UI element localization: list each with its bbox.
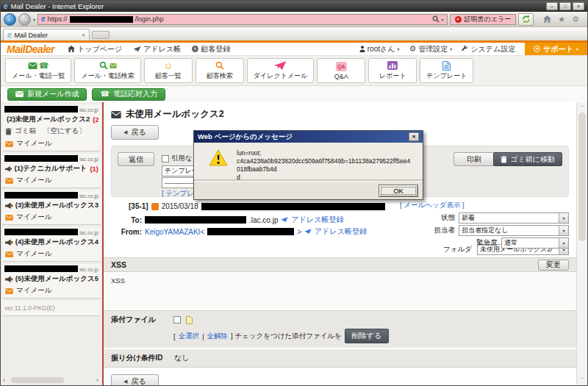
domain-redaction bbox=[4, 265, 78, 272]
empty-trash-link[interactable]: 〔空にする〕 bbox=[43, 126, 86, 136]
address-reg-link-from[interactable]: アドレス帳登録 bbox=[315, 226, 367, 237]
customer-icon: ☺ bbox=[163, 61, 173, 71]
new-tab-button[interactable] bbox=[92, 31, 110, 39]
scroll-right-icon[interactable]: › bbox=[96, 376, 98, 384]
status-select[interactable]: 新着 ▾ bbox=[459, 212, 569, 224]
vscroll-thumb[interactable] bbox=[578, 112, 586, 241]
move-to-trash-button[interactable]: ゴミ箱に移動 bbox=[493, 152, 562, 166]
deselect-all-link[interactable]: 全解除 bbox=[207, 332, 229, 341]
action-row: 新規メール作成 ☎ 電話応対入力 bbox=[1, 86, 587, 102]
toolbar-label: Q&A bbox=[334, 73, 348, 80]
scroll-up-icon[interactable]: ˆ bbox=[577, 104, 587, 111]
close-button[interactable]: × bbox=[573, 2, 584, 10]
nav-customer-label: 顧客登録 bbox=[201, 44, 230, 54]
mail-icon bbox=[5, 141, 13, 147]
assignee-select[interactable]: 担当者指定なし ▾ bbox=[459, 225, 569, 236]
toolbar-mail-phone-search[interactable]: メール・電話検索 bbox=[74, 58, 140, 83]
main-vscrollbar[interactable]: ˆ ˇ bbox=[576, 102, 587, 385]
admin-settings-menu[interactable]: ⚙ 管理設定 ▾ bbox=[409, 44, 452, 54]
sidebar-item-trash[interactable]: ゴミ箱 bbox=[15, 126, 36, 136]
toolbar-customer-search[interactable]: 顧客検索 bbox=[196, 58, 244, 83]
sidebar-hscrollbar[interactable]: ‹ › bbox=[3, 376, 98, 385]
new-mail-button[interactable]: 新規メール作成 bbox=[7, 88, 87, 101]
trash-icon bbox=[5, 128, 12, 135]
sidebar-item-mymail[interactable]: マイメール bbox=[16, 286, 51, 296]
system-settings-label: システム設定 bbox=[470, 44, 515, 54]
toolbar-template[interactable]: テンプレート bbox=[420, 58, 473, 83]
certificate-error-badge[interactable]: × 証明書のエラー bbox=[450, 14, 517, 25]
sidebar-section-1: lac.co.jp (2)未使用メールボックス2 (2 ゴミ箱 〔空にする〕 マ… bbox=[2, 104, 101, 151]
refresh-button[interactable] bbox=[518, 13, 534, 26]
sidebar-item-mymail[interactable]: マイメール bbox=[16, 176, 51, 185]
tab-close-icon[interactable]: × bbox=[82, 32, 85, 38]
minimize-button[interactable]: – bbox=[546, 2, 558, 10]
back-triangle-icon: ◀ bbox=[123, 379, 127, 385]
no-quote-checkbox[interactable] bbox=[162, 155, 169, 162]
dialog-title: Web ページからのメッセージ bbox=[198, 132, 293, 142]
wrench-icon bbox=[462, 46, 468, 52]
hscroll-thumb[interactable] bbox=[11, 377, 64, 383]
delete-attachments-button[interactable]: 削除する bbox=[345, 329, 389, 343]
bracket: [ bbox=[173, 332, 176, 340]
sidebar-section-5: lac.co.jp (5)未使用メールボックス5 マイメール bbox=[2, 264, 101, 299]
maximize-button[interactable]: □ bbox=[559, 2, 571, 10]
toolbar-label: レポート bbox=[379, 71, 406, 81]
to-label: To: bbox=[111, 216, 142, 224]
scroll-left-icon[interactable]: ‹ bbox=[3, 376, 5, 384]
phone-input-button[interactable]: ☎ 電話応対入力 bbox=[92, 88, 165, 101]
mail-date: 2015/03/18 bbox=[162, 202, 198, 210]
attachment-checkbox[interactable] bbox=[173, 316, 181, 324]
urgency-select[interactable]: 通常 ▾ bbox=[501, 237, 569, 249]
sidebar-section-2: lac.co.jp (1)テクニカルサポート (1) マイメール bbox=[2, 154, 101, 188]
home-icon[interactable] bbox=[543, 15, 551, 23]
address-bar[interactable]: e https:// /login.php ▾ bbox=[37, 14, 448, 25]
toolbar-customer-list[interactable]: ☺ 顧客一覧 bbox=[144, 58, 193, 83]
back-button-top[interactable]: ◀ 戻る bbox=[111, 125, 159, 140]
system-settings-menu[interactable]: システム設定 bbox=[462, 44, 515, 54]
phone-input-label: 電話応対入力 bbox=[113, 89, 157, 99]
sidebar-item-mailbox4[interactable]: (4)未使用メールボックス4 bbox=[4, 237, 98, 248]
favorites-star-icon[interactable]: ★ bbox=[558, 15, 565, 24]
toolbar-report[interactable]: レポート bbox=[368, 58, 417, 83]
tab-mail-dealer[interactable]: e Mail Dealer × bbox=[3, 29, 90, 40]
search-icon[interactable] bbox=[432, 15, 440, 23]
address-reg-icon bbox=[281, 217, 288, 223]
select-all-link[interactable]: 全選択 bbox=[179, 332, 200, 341]
sidebar-item-mailbox3[interactable]: (3)未使用メールボックス3 bbox=[4, 200, 98, 211]
page-title-label: 未使用メールボックス2 bbox=[126, 108, 224, 121]
ok-button[interactable]: OK bbox=[379, 185, 418, 197]
print-button[interactable]: 印刷 bbox=[453, 152, 495, 166]
toolbar-mail-phone-list[interactable]: ☎ メール・電話一覧 bbox=[5, 58, 71, 83]
mail-header-link[interactable]: [ メールヘッダ表示 ] bbox=[400, 201, 569, 210]
sidebar-item-mymail[interactable]: マイメール bbox=[16, 212, 51, 222]
toolbar-direct-mail[interactable]: ダイレクトメール bbox=[247, 58, 314, 83]
sidebar-item-mymail[interactable]: マイメール bbox=[16, 139, 51, 149]
change-button[interactable]: 変更 bbox=[538, 260, 569, 271]
search-dropdown-icon[interactable]: ▾ bbox=[442, 17, 444, 22]
back-button-bottom[interactable]: ◀ 戻る bbox=[111, 374, 159, 385]
nav-address-book[interactable]: アドレス帳 bbox=[133, 44, 181, 54]
reply-button[interactable]: 返信 bbox=[118, 152, 154, 166]
nav-top-page[interactable]: トップページ bbox=[68, 44, 122, 54]
forward-button[interactable]: → bbox=[18, 13, 31, 26]
sidebar-item-techsupport[interactable]: (1)テクニカルサポート (1) bbox=[4, 163, 98, 174]
address-reg-link-to[interactable]: アドレス帳登録 bbox=[291, 215, 343, 225]
back-button[interactable]: ← bbox=[4, 13, 16, 26]
toolbar-qa[interactable]: QA Q&A bbox=[317, 58, 365, 83]
sidebar-item-mymail[interactable]: マイメール bbox=[16, 249, 51, 259]
nav-customer-reg[interactable]: + 顧客登録 bbox=[192, 44, 230, 54]
sidebar-item-mailbox2[interactable]: (2)未使用メールボックス2 (2 bbox=[4, 114, 98, 125]
user-menu[interactable]: rootさん ▾ bbox=[359, 44, 400, 54]
certificate-error-icon: × bbox=[455, 16, 462, 23]
toolbar-label: メール・電話一覧 bbox=[12, 71, 65, 81]
dropdown-icon: ▾ bbox=[559, 238, 568, 248]
scroll-down-icon[interactable]: ˇ bbox=[577, 376, 587, 383]
sidebar-item-mailbox5[interactable]: (5)未使用メールボックス5 bbox=[4, 274, 98, 285]
phone-icon: ☎ bbox=[39, 62, 49, 70]
history-dropdown-icon[interactable]: ▾ bbox=[33, 17, 35, 22]
assignee-label: 担当者 bbox=[434, 226, 456, 235]
from-name-link[interactable]: KeigoYAMAZAKI< bbox=[145, 228, 204, 236]
settings-gear-icon[interactable]: ⚙ bbox=[572, 15, 579, 24]
dialog-close-icon[interactable]: × bbox=[409, 132, 419, 141]
support-button[interactable]: + サポート ▾ bbox=[525, 43, 587, 55]
